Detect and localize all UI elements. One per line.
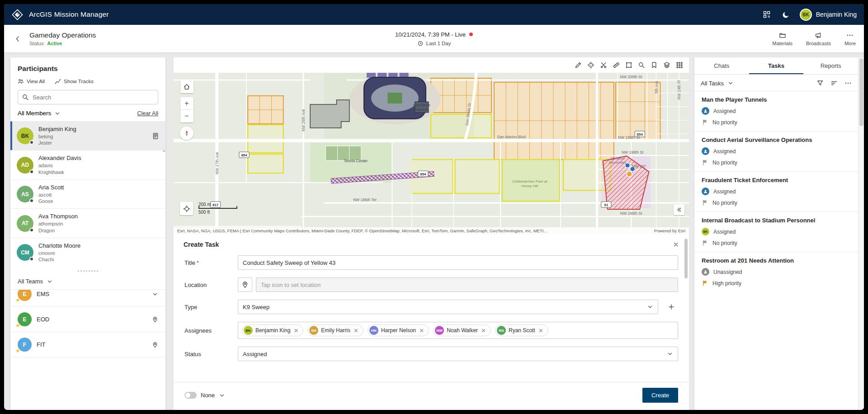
panel-scrollbar[interactable] bbox=[684, 239, 688, 278]
remove-assignee-icon[interactable]: ✕ bbox=[481, 328, 486, 334]
tab-tasks[interactable]: Tasks bbox=[749, 57, 804, 74]
member-username: beking bbox=[38, 133, 76, 140]
chevron-down-icon[interactable] bbox=[152, 291, 158, 297]
assignment-status: Assigned bbox=[713, 148, 736, 155]
view-all-button[interactable]: View All bbox=[18, 78, 45, 85]
layers-icon[interactable] bbox=[661, 59, 673, 71]
qr-code-icon[interactable] bbox=[761, 9, 772, 20]
team-star-badge: ★ bbox=[15, 322, 20, 329]
back-button[interactable] bbox=[12, 33, 23, 44]
locate-icon[interactable] bbox=[585, 59, 597, 71]
remove-assignee-icon[interactable]: ✕ bbox=[293, 328, 299, 334]
page-scrollbar[interactable] bbox=[858, 57, 864, 410]
assignee-chip: BK Benjamin King ✕ bbox=[242, 325, 303, 336]
zoom-in-button[interactable]: + bbox=[180, 97, 193, 110]
bookmark-icon[interactable] bbox=[648, 59, 660, 71]
task-type-select[interactable]: K9 Sweep bbox=[238, 300, 658, 314]
priority-flag-icon bbox=[702, 240, 708, 246]
task-card[interactable]: Man the Player Tunnels Assigned No prior… bbox=[694, 91, 858, 131]
street-label: NW 27th Ave bbox=[215, 152, 219, 174]
measure-area-icon[interactable] bbox=[623, 59, 635, 71]
member-callsign: Knighthawk bbox=[38, 169, 81, 175]
basemap-gallery-icon[interactable] bbox=[674, 59, 685, 71]
meas ure-distance-icon[interactable] bbox=[610, 59, 622, 71]
zoom-out-button[interactable]: − bbox=[180, 110, 193, 122]
assignment-status: Assigned bbox=[713, 188, 736, 195]
materials-icon bbox=[779, 32, 786, 39]
task-status-select[interactable]: Assigned bbox=[238, 347, 678, 361]
task-title: Internal Broadcast to Stadium Personnel bbox=[702, 217, 851, 224]
team-row-ems[interactable]: E★ EMS bbox=[10, 289, 165, 307]
task-card[interactable]: Restroom at 201 Needs Attention Unassign… bbox=[694, 252, 858, 292]
user-menu[interactable]: BK Benjamin King bbox=[800, 9, 857, 21]
more-label: More bbox=[844, 41, 856, 46]
close-icon[interactable] bbox=[673, 241, 679, 248]
member-row-alexander-davis[interactable]: AD Alexander Davis adavis Knighthawk bbox=[10, 150, 165, 179]
remove-assignee-icon[interactable]: ✕ bbox=[353, 328, 359, 334]
set-location-pin-icon[interactable] bbox=[238, 278, 252, 292]
member-row-charlotte-moore[interactable]: CM Charlotte Moore cmoore Chachi bbox=[10, 238, 165, 267]
participant-search-input[interactable] bbox=[18, 90, 158, 104]
more-button[interactable]: More bbox=[844, 32, 856, 46]
assignment-status: Unassigned bbox=[713, 269, 742, 275]
presence-dot bbox=[29, 228, 34, 232]
clear-all-link[interactable]: Clear All bbox=[137, 110, 158, 117]
create-button[interactable]: Create bbox=[642, 388, 678, 403]
notification-toggle[interactable] bbox=[184, 392, 197, 399]
task-title-input[interactable] bbox=[238, 255, 678, 270]
remove-assignee-icon[interactable]: ✕ bbox=[419, 328, 425, 334]
assignee-avatar: HN bbox=[369, 326, 378, 335]
add-type-plus-icon[interactable] bbox=[665, 300, 678, 314]
assignees-input[interactable]: BK Benjamin King ✕ EH Emily Harris ✕ HN bbox=[238, 322, 678, 339]
member-name: Ava Thompson bbox=[38, 213, 78, 221]
priority-status: High priority bbox=[712, 280, 741, 287]
member-username: athompson bbox=[38, 221, 78, 227]
member-row-aria-scott[interactable]: AS Aria Scott ascott Goose bbox=[10, 179, 165, 208]
member-row-ava-thompson[interactable]: AT Ava Thompson athompson Dragon bbox=[10, 208, 165, 237]
task-card[interactable]: Conduct Aerial Surveillance Operations A… bbox=[694, 131, 858, 171]
broadcasts-button[interactable]: Broadcasts bbox=[806, 32, 831, 46]
location-pin-icon[interactable] bbox=[152, 316, 158, 323]
collapse-panel-icon[interactable] bbox=[674, 204, 684, 215]
compass-icon[interactable] bbox=[180, 127, 193, 140]
dark-mode-moon-icon[interactable] bbox=[780, 9, 792, 20]
task-card[interactable]: Internal Broadcast to Stadium Personnel … bbox=[694, 212, 858, 252]
task-location-input[interactable] bbox=[256, 278, 678, 292]
show-tracks-button[interactable]: Show Tracks bbox=[55, 78, 94, 85]
tab-chats[interactable]: Chats bbox=[694, 57, 749, 74]
member-report-icon[interactable] bbox=[152, 132, 159, 140]
time-filter-button[interactable]: Last 1 Day bbox=[417, 40, 451, 47]
sketch-icon[interactable] bbox=[572, 59, 584, 71]
task-card[interactable]: Fraudulent Ticket Enforcement Assigned N… bbox=[694, 171, 858, 212]
assignee-avatar: BK bbox=[244, 326, 253, 335]
map-search-icon[interactable] bbox=[636, 59, 647, 71]
member-row-benjamin-king[interactable]: BK Benjamin King beking Jester bbox=[10, 121, 165, 150]
chevron-down-icon[interactable] bbox=[219, 392, 225, 399]
task-title: Fraudulent Ticket Enforcement bbox=[702, 177, 851, 183]
panel-tabs: Chats Tasks Reports bbox=[694, 57, 858, 75]
scrollbar-thumb[interactable] bbox=[859, 58, 863, 126]
tab-reports[interactable]: Reports bbox=[803, 57, 858, 74]
route-shield: 91 bbox=[604, 203, 608, 207]
team-row-eod[interactable]: E★ EOD bbox=[10, 307, 165, 332]
task-filter-dropdown[interactable]: All Tasks bbox=[701, 80, 734, 87]
home-extent-icon[interactable] bbox=[180, 80, 193, 93]
remove-assignee-icon[interactable]: ✕ bbox=[538, 328, 544, 334]
location-pin-icon[interactable] bbox=[152, 342, 158, 348]
more-options-icon[interactable] bbox=[844, 80, 852, 87]
user-avatar: BK bbox=[800, 9, 812, 21]
assignees-field-label: Assignees bbox=[184, 327, 238, 334]
team-row-fit[interactable]: F★ FIT bbox=[10, 332, 165, 358]
crosshair-icon[interactable] bbox=[180, 202, 193, 215]
status-field-label: Status bbox=[184, 351, 238, 358]
cut-scissors-icon[interactable] bbox=[598, 59, 609, 71]
route-shield: 854 bbox=[241, 153, 247, 157]
filter-funnel-icon[interactable] bbox=[816, 80, 824, 87]
materials-button[interactable]: Materials bbox=[772, 32, 793, 46]
assignee-avatar: RS bbox=[497, 326, 506, 335]
map-canvas[interactable]: 854 854 854 817 91 NW 27th Ave NW 26th A… bbox=[174, 73, 689, 234]
sort-icon[interactable] bbox=[830, 80, 838, 87]
panel-resize-handle[interactable] bbox=[10, 267, 165, 273]
teams-filter-dropdown[interactable]: All Teams bbox=[10, 273, 165, 289]
members-filter-dropdown[interactable]: All Members bbox=[18, 110, 61, 117]
